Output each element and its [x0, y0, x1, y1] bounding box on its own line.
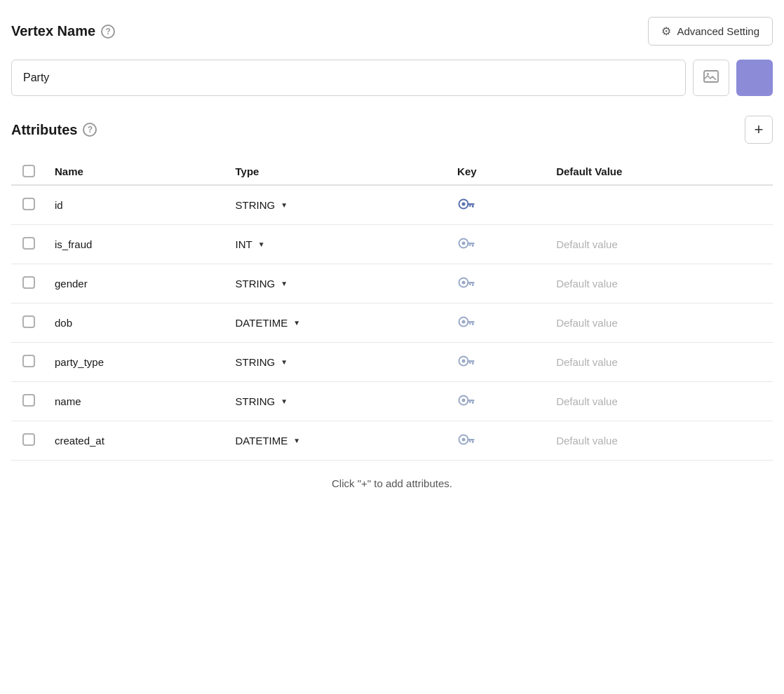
row-checkbox-cell	[11, 304, 46, 343]
key-icon[interactable]	[457, 240, 477, 252]
row-default-value: Default value	[548, 304, 773, 343]
table-row: genderSTRING▼ Default value	[11, 264, 773, 304]
key-icon[interactable]	[457, 437, 477, 449]
th-key: Key	[449, 158, 548, 185]
row-checkbox[interactable]	[22, 198, 35, 210]
row-type: STRING▼	[227, 185, 450, 225]
key-icon[interactable]	[457, 319, 477, 331]
add-attribute-button[interactable]: +	[745, 116, 773, 144]
row-name: is_fraud	[46, 225, 227, 264]
th-checkbox	[11, 158, 46, 185]
table-row: nameSTRING▼ Default value	[11, 382, 773, 421]
row-default-value: Default value	[548, 225, 773, 264]
table-row: idSTRING▼	[11, 185, 773, 225]
row-type: DATETIME▼	[227, 421, 450, 461]
type-dropdown-arrow[interactable]: ▼	[293, 319, 300, 327]
row-key	[449, 343, 548, 382]
svg-rect-4	[468, 203, 475, 205]
attributes-label: Attributes ?	[11, 122, 97, 138]
row-checkbox[interactable]	[22, 433, 35, 446]
row-type: STRING▼	[227, 264, 450, 304]
row-checkbox-cell	[11, 185, 46, 225]
attributes-header: Attributes ? +	[11, 116, 773, 144]
row-type: DATETIME▼	[227, 304, 450, 343]
row-key	[449, 185, 548, 225]
table-header: Name Type Key Default Value	[11, 158, 773, 185]
row-key	[449, 421, 548, 461]
svg-rect-11	[469, 245, 471, 247]
color-picker-button[interactable]	[736, 60, 773, 96]
svg-rect-14	[468, 282, 475, 284]
type-dropdown-arrow[interactable]: ▼	[281, 397, 288, 405]
select-all-checkbox[interactable]	[22, 165, 35, 177]
table-row: party_typeSTRING▼ Default value	[11, 343, 773, 382]
row-default-value: Default value	[548, 421, 773, 461]
vertex-name-input[interactable]	[11, 60, 686, 96]
row-default-value: Default value	[548, 264, 773, 304]
table-row: is_fraudINT▼ Default value	[11, 225, 773, 264]
svg-rect-26	[469, 362, 471, 365]
image-icon	[703, 70, 719, 86]
type-dropdown-arrow[interactable]: ▼	[258, 240, 265, 248]
image-picker-button[interactable]	[693, 60, 729, 96]
type-dropdown-arrow[interactable]: ▼	[293, 437, 300, 444]
row-type: INT▼	[227, 225, 450, 264]
key-icon[interactable]	[457, 201, 477, 213]
row-key	[449, 304, 548, 343]
row-checkbox[interactable]	[22, 315, 35, 328]
svg-point-28	[462, 399, 466, 402]
add-icon: +	[755, 121, 764, 139]
row-default-value: Default value	[548, 382, 773, 421]
svg-point-18	[462, 320, 466, 324]
vertex-input-row	[11, 60, 773, 96]
th-name: Name	[46, 158, 227, 185]
svg-point-33	[462, 438, 466, 442]
advanced-setting-label: Advanced Setting	[677, 25, 759, 37]
row-key	[449, 225, 548, 264]
row-type: STRING▼	[227, 382, 450, 421]
th-type: Type	[227, 158, 450, 185]
type-dropdown-arrow[interactable]: ▼	[281, 280, 288, 287]
advanced-setting-button[interactable]: ⚙ Advanced Setting	[648, 17, 773, 46]
row-checkbox[interactable]	[22, 237, 35, 250]
svg-rect-10	[472, 245, 474, 247]
row-name: party_type	[46, 343, 227, 382]
svg-rect-21	[469, 323, 471, 325]
table-row: dobDATETIME▼ Default value	[11, 304, 773, 343]
svg-rect-24	[468, 360, 475, 362]
svg-rect-25	[472, 362, 474, 365]
row-checkbox[interactable]	[22, 276, 35, 289]
row-checkbox-cell	[11, 225, 46, 264]
attributes-table: Name Type Key Default Value idSTRING▼ is…	[11, 158, 773, 461]
svg-point-23	[462, 360, 466, 363]
row-checkbox-cell	[11, 264, 46, 304]
type-dropdown-arrow[interactable]: ▼	[281, 358, 288, 366]
svg-rect-5	[472, 205, 474, 208]
key-icon[interactable]	[457, 280, 477, 292]
svg-rect-20	[472, 323, 474, 326]
row-name: gender	[46, 264, 227, 304]
vertex-name-help-icon[interactable]: ?	[101, 25, 115, 39]
vertex-name-label: Vertex Name ?	[11, 23, 115, 39]
type-dropdown-arrow[interactable]: ▼	[281, 201, 288, 209]
svg-rect-19	[468, 321, 475, 323]
row-checkbox[interactable]	[22, 394, 35, 407]
svg-point-3	[462, 203, 466, 206]
row-checkbox[interactable]	[22, 355, 35, 367]
row-checkbox-cell	[11, 382, 46, 421]
key-icon[interactable]	[457, 358, 477, 370]
row-checkbox-cell	[11, 343, 46, 382]
row-name: id	[46, 185, 227, 225]
attributes-help-icon[interactable]: ?	[83, 123, 97, 137]
row-default-value: Default value	[548, 343, 773, 382]
row-type: STRING▼	[227, 343, 450, 382]
svg-rect-34	[468, 439, 475, 441]
svg-rect-35	[472, 441, 474, 444]
svg-point-8	[462, 242, 466, 245]
svg-point-1	[707, 73, 709, 75]
svg-rect-6	[469, 205, 471, 207]
gear-icon: ⚙	[661, 25, 671, 38]
row-name: dob	[46, 304, 227, 343]
key-icon[interactable]	[457, 397, 477, 409]
footer-hint: Click "+" to add attributes.	[11, 477, 773, 489]
